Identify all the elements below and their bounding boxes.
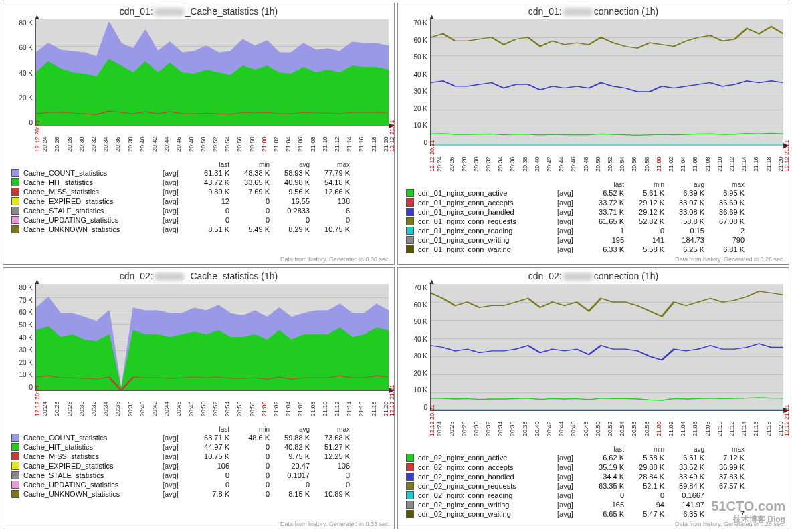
legend-row: Cache_UPDATING_statistics [avg] 0 0 0 0 [11, 480, 389, 489]
legend-row: cdn_02_nginx_conn_reading [avg] 0 0 0.16… [406, 491, 783, 500]
legend-row: cdn_02_nginx_conn_accepts [avg] 35.19 K … [406, 462, 783, 472]
xtick: 20:24 [41, 401, 48, 416]
series-name: Cache_STALE_statistics [23, 471, 163, 480]
x-axis: 12.12 20:2120:2420:2620:2820:3020:3220:3… [3, 391, 394, 423]
agg-label: [avg] [163, 452, 189, 461]
xtick: 21:00 [656, 421, 662, 436]
agg-label: [avg] [163, 442, 189, 452]
xtick: 20:54 [224, 401, 231, 416]
xtick: 21:12 [728, 156, 735, 172]
xtick: 20:54 [619, 156, 625, 172]
xtick: 21:12 [334, 136, 340, 152]
xtick: 20:28 [66, 401, 73, 416]
series-name: cdn_02_nginx_conn_requests [418, 481, 557, 491]
xtick: 21:10 [716, 421, 723, 436]
swatch-icon [11, 443, 19, 451]
swatch-icon [406, 236, 414, 244]
xtick: 20:26 [448, 421, 455, 436]
series-name: cdn_02_nginx_conn_handled [418, 472, 557, 481]
xtick: 20:46 [570, 421, 577, 436]
ytick: 60 K [19, 309, 33, 316]
xtick: 21:10 [322, 136, 328, 152]
ytick: 30 K [413, 88, 427, 95]
series-name: Cache_UNKNOWN_statistics [23, 489, 163, 499]
xtick: 20:34 [497, 156, 504, 172]
agg-label: [avg] [557, 198, 584, 207]
xtick: 20:44 [163, 136, 170, 152]
legend-row: cdn_01_nginx_conn_reading [avg] 1 0 0.15… [406, 226, 783, 235]
xtick: 20:56 [631, 156, 637, 172]
xtick: 20:56 [236, 401, 243, 416]
series-name: cdn_02_nginx_conn_accepts [418, 462, 557, 472]
xtick: 20:44 [163, 401, 170, 416]
xtick: 20:50 [595, 156, 601, 172]
xtick: 20:30 [78, 401, 85, 416]
ytick: 70 K [413, 284, 427, 291]
xtick-start: 12.12 20:21 [34, 120, 41, 152]
swatch-icon [11, 490, 19, 498]
series-name: cdn_02_nginx_conn_active [418, 453, 557, 462]
series-name: Cache_STALE_statistics [23, 206, 163, 215]
ytick: 40 K [413, 71, 427, 78]
ytick: 10 K [19, 371, 33, 378]
agg-label: [avg] [557, 481, 584, 491]
legend: lastminavgmax cdn_02_nginx_conn_active [… [398, 443, 789, 520]
xtick: 21:06 [297, 401, 304, 416]
agg-label: [avg] [163, 489, 189, 499]
series-name: Cache_HIT_statistics [23, 178, 163, 187]
series-name: Cache_UPDATING_statistics [23, 480, 163, 489]
xtick: 20:36 [509, 156, 516, 172]
series-name: cdn_01_nginx_conn_handled [418, 207, 557, 217]
agg-label: [avg] [557, 500, 584, 509]
agg-label: [avg] [163, 461, 189, 471]
series-name: Cache_EXPIRED_statistics [23, 196, 163, 206]
y-axis: 70 K60 K50 K40 K30 K20 K10 K0 [403, 19, 430, 146]
ytick: 80 K [19, 19, 33, 27]
x-axis: 12.12 20:2120:2420:2620:2820:3020:3220:3… [398, 411, 789, 443]
panel-conn2: cdn_02:connection (1h) 70 K60 K50 K40 K3… [397, 267, 789, 529]
agg-label: [avg] [557, 235, 584, 245]
series-name: Cache_COUNT_statistics [23, 433, 163, 442]
xtick: 20:42 [151, 401, 158, 416]
agg-label: [avg] [557, 226, 584, 235]
xtick: 20:54 [224, 136, 231, 152]
swatch-icon [406, 227, 414, 235]
legend-row: cdn_02_nginx_conn_waiting [avg] 6.65 K 5… [406, 509, 783, 519]
swatch-icon [406, 482, 414, 490]
xtick: 21:00 [261, 401, 268, 416]
ytick: 20 K [19, 359, 33, 366]
series-name: cdn_01_nginx_conn_writing [418, 235, 557, 245]
xtick: 20:52 [212, 401, 219, 416]
xtick: 20:40 [139, 401, 146, 416]
xtick: 20:36 [114, 401, 121, 416]
ytick: 30 K [413, 352, 427, 360]
legend-row: Cache_MISS_statistics [avg] 9.89 K 7.69 … [11, 187, 389, 196]
legend-row: cdn_02_nginx_conn_active [avg] 6.62 K 5.… [406, 453, 783, 462]
swatch-icon [11, 434, 19, 442]
swatch-icon [406, 510, 414, 518]
panel-title: cdn_02:_Cache_statistics (1h) [3, 268, 394, 283]
agg-label: [avg] [163, 196, 189, 206]
legend-header: lastminavgmax [406, 181, 783, 188]
xtick: 20:52 [607, 156, 613, 172]
series-name: Cache_UNKNOWN_statistics [23, 225, 163, 234]
xtick: 20:46 [175, 401, 182, 416]
agg-label: [avg] [557, 207, 584, 217]
xtick: 21:10 [716, 156, 723, 172]
xtick: 20:50 [595, 421, 601, 436]
xtick: 21:04 [680, 156, 686, 172]
xtick: 20:40 [139, 136, 146, 152]
xtick: 20:42 [546, 421, 553, 436]
panel-conn1: cdn_01:connection (1h) 70 K60 K50 K40 K3… [397, 3, 789, 265]
swatch-icon [406, 463, 414, 471]
xtick: 20:28 [66, 136, 73, 152]
ytick: 50 K [413, 318, 427, 325]
legend-row: Cache_STALE_statistics [avg] 0 0 0.1017 … [11, 471, 389, 480]
legend-row: cdn_02_nginx_conn_writing [avg] 165 94 1… [406, 500, 783, 509]
legend: lastminavgmax cdn_01_nginx_conn_active [… [398, 178, 789, 255]
xtick: 20:30 [473, 156, 480, 172]
xtick: 20:58 [644, 421, 650, 436]
legend-header: lastminavgmax [406, 446, 783, 453]
xtick: 20:58 [249, 401, 256, 416]
legend-row: cdn_01_nginx_conn_requests [avg] 61.65 K… [406, 217, 783, 226]
